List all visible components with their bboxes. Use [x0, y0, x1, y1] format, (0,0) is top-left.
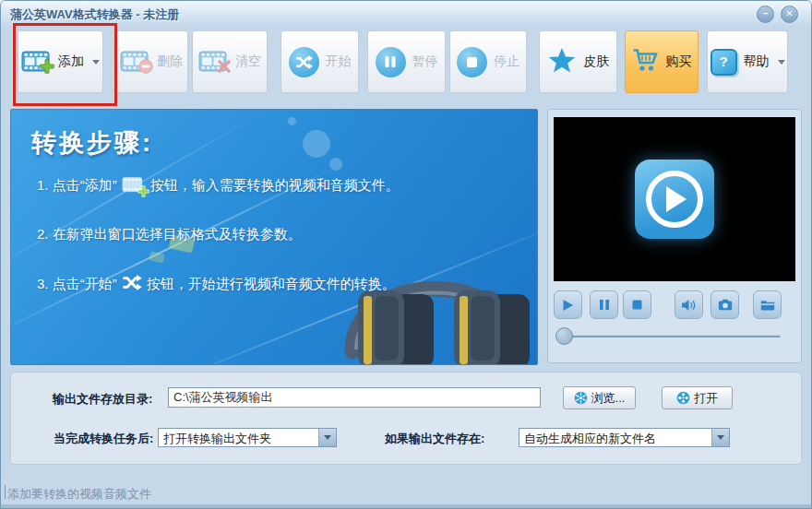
after-task-value: 打开转换输出文件夹	[163, 431, 271, 447]
after-task-label: 当完成转换任务后:	[54, 431, 153, 447]
app-window: 蒲公英WAV格式转换器 - 未注册 – ✕ 添加 删除 清空 开始	[0, 0, 812, 509]
folder-button[interactable]	[753, 290, 782, 319]
browse-aperture-icon	[574, 391, 588, 405]
browse-label: 浏览...	[591, 390, 626, 407]
seek-slider-track[interactable]	[561, 335, 781, 337]
add-label: 添加	[58, 53, 84, 70]
snapshot-button[interactable]	[710, 290, 739, 319]
bubble-decoration	[329, 158, 342, 171]
skin-label: 皮肤	[583, 53, 609, 70]
step-3-text-pre: 3. 点击“开始”	[37, 276, 117, 293]
hex-decoration	[149, 251, 165, 263]
file-exists-dropdown[interactable]: 自动生成相应的新文件名	[519, 428, 730, 447]
star-icon	[547, 47, 577, 77]
inline-film-add-icon	[122, 176, 146, 195]
help-dropdown-caret	[778, 60, 785, 65]
stop-button[interactable]: 停止	[449, 30, 527, 93]
step-1: 1. 点击“添加” 按钮，输入需要转换的视频和音频文件。	[37, 176, 400, 195]
big-play-button[interactable]	[635, 160, 714, 239]
minimize-button[interactable]: –	[757, 6, 774, 23]
camera-icon	[718, 299, 733, 311]
status-text: 添加要转换的视频音频文件	[7, 486, 151, 503]
stop-label: 停止	[494, 53, 519, 70]
steps-panel: 转换步骤: 1. 点击“添加” 按钮，输入需要转换的视频和音频文件。 2. 在新…	[10, 109, 538, 365]
skin-button[interactable]: 皮肤	[539, 30, 617, 93]
file-exists-dropdown-arrow[interactable]	[711, 429, 729, 446]
inline-shuffle-icon	[122, 275, 142, 293]
speaker-icon	[681, 299, 697, 312]
x-badge-icon	[217, 59, 232, 77]
step-2: 2. 在新弹出窗口选择目标格式及转换参数。	[37, 226, 302, 243]
step-3: 3. 点击“开始” 按钮，开始进行视频和音频文件的转换。	[37, 275, 396, 293]
close-button[interactable]: ✕	[781, 6, 798, 23]
delete-label: 删除	[157, 53, 183, 70]
open-label: 打开	[694, 390, 718, 407]
preview-pause-button[interactable]	[590, 290, 618, 319]
film-delete-icon	[120, 50, 150, 74]
clear-button[interactable]: 清空	[192, 30, 268, 93]
bubble-decoration	[288, 117, 296, 125]
minus-badge-icon	[138, 59, 153, 77]
add-dropdown-caret	[92, 60, 100, 65]
volume-button[interactable]	[675, 290, 703, 319]
film-add-icon	[21, 50, 52, 74]
preview-play-button[interactable]	[554, 290, 582, 319]
buy-label: 购买	[666, 53, 692, 70]
seek-slider-handle[interactable]	[555, 327, 573, 345]
output-settings-panel: 输出文件存放目录: 浏览... 打开 当完成转换任务后: 打开转换输出文件夹 如…	[10, 372, 802, 465]
pause-icon	[376, 47, 406, 77]
pause-label: 暂停	[412, 53, 438, 70]
title-bar: 蒲公英WAV格式转换器 - 未注册 – ✕	[1, 1, 811, 27]
status-bar: 添加要转换的视频音频文件	[1, 482, 811, 504]
pause-button[interactable]: 暂停	[367, 30, 446, 93]
start-shuffle-icon	[289, 47, 319, 77]
video-screen	[554, 117, 795, 281]
cart-icon	[632, 48, 660, 76]
folder-icon	[760, 299, 775, 311]
buy-button[interactable]: 购买	[625, 30, 699, 93]
start-button[interactable]: 开始	[281, 30, 359, 93]
film-clear-icon	[198, 50, 229, 74]
preview-stop-button[interactable]	[623, 290, 651, 319]
delete-button[interactable]: 删除	[114, 30, 188, 93]
after-task-dropdown-arrow[interactable]	[318, 429, 336, 446]
browse-button[interactable]: 浏览...	[563, 386, 636, 409]
step-1-text-pre: 1. 点击“添加”	[37, 177, 117, 195]
start-label: 开始	[326, 53, 352, 70]
step-2-text: 2. 在新弹出窗口选择目标格式及转换参数。	[37, 226, 302, 243]
help-icon: ?	[710, 49, 737, 76]
step-3-text-post: 按钮，开始进行视频和音频文件的转换。	[147, 276, 396, 293]
preview-panel	[547, 109, 802, 363]
help-button[interactable]: ? 帮助	[707, 30, 788, 93]
plus-badge-icon	[40, 59, 54, 77]
clear-label: 清空	[235, 53, 261, 70]
file-exists-label: 如果输出文件存在:	[385, 431, 484, 447]
stop-icon	[631, 299, 643, 311]
help-label: 帮助	[744, 53, 770, 70]
steps-heading: 转换步骤:	[31, 126, 153, 160]
bubble-decoration	[303, 130, 330, 158]
after-task-dropdown[interactable]: 打开转换输出文件夹	[158, 428, 337, 447]
open-button[interactable]: 打开	[662, 386, 733, 409]
film-reel-icon	[676, 391, 690, 405]
add-button[interactable]: 添加	[18, 30, 103, 93]
pause-icon	[599, 299, 610, 311]
play-triangle-icon	[666, 186, 687, 212]
window-title: 蒲公英WAV格式转换器 - 未注册	[10, 6, 179, 23]
step-1-text-post: 按钮，输入需要转换的视频和音频文件。	[150, 177, 400, 195]
output-dir-label: 输出文件存放目录:	[53, 391, 152, 408]
stop-icon	[457, 47, 487, 77]
play-icon	[562, 299, 574, 312]
output-dir-input[interactable]	[168, 387, 541, 408]
status-caret	[5, 485, 6, 499]
file-exists-value: 自动生成相应的新文件名	[524, 431, 656, 447]
